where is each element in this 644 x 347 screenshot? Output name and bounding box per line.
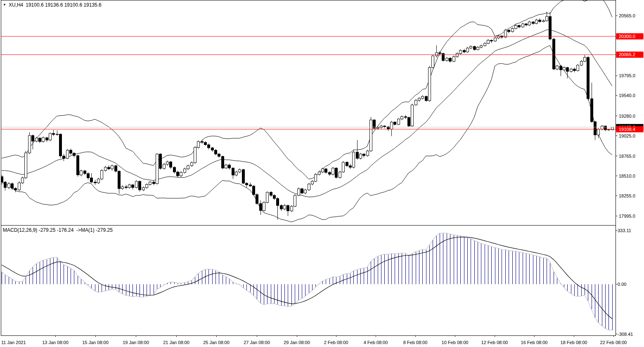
price-tick-label: 18510.0	[619, 174, 635, 178]
candle-bearish	[115, 166, 117, 171]
candle-bullish	[411, 105, 414, 126]
candle-bullish	[239, 170, 241, 172]
chart-background	[0, 0, 644, 347]
price-tick-label: 18255.0	[619, 193, 635, 198]
candle-bullish	[318, 172, 321, 174]
candle-bearish	[408, 117, 410, 126]
candle-bullish	[415, 100, 417, 105]
candle-bearish	[159, 154, 162, 169]
candle-bullish	[308, 184, 310, 190]
candle-bearish	[594, 122, 597, 135]
candle-bullish	[601, 126, 604, 129]
candle-bearish	[46, 138, 48, 140]
candle-bearish	[525, 24, 528, 25]
price-tick-label: 19795.0	[619, 73, 635, 78]
chart-header: ▼ XU,H4 19100.6 19136.6 19100.6 19135.6	[3, 2, 102, 8]
candle-bullish	[367, 151, 369, 155]
price-badge-label: 20065.2	[619, 52, 635, 57]
candle-bearish	[490, 40, 493, 41]
candle-bullish	[194, 147, 197, 163]
date-label: 29 Jan 08:00	[284, 340, 310, 345]
candle-bullish	[97, 179, 100, 183]
candle-bullish	[225, 165, 227, 168]
candle-bullish	[570, 69, 573, 71]
candle-bearish	[52, 133, 55, 135]
candle-bearish	[139, 181, 141, 190]
candle-bearish	[287, 205, 289, 211]
candle-bullish	[421, 96, 424, 98]
candle-bullish	[353, 152, 355, 167]
candle-bearish	[39, 138, 41, 142]
candle-bearish	[384, 126, 386, 127]
candle-bullish	[577, 65, 579, 71]
candle-bearish	[32, 135, 34, 141]
date-label: 22 Feb 08:00	[600, 340, 627, 345]
price-tick-label: 19280.0	[619, 114, 635, 119]
candle-bearish	[173, 167, 176, 172]
symbol-dropdown-icon[interactable]: ▼	[3, 2, 6, 7]
candle-bearish	[170, 162, 172, 167]
candle-bullish	[101, 171, 103, 179]
candle-bullish	[311, 181, 314, 184]
candle-bearish	[218, 154, 220, 157]
candle-bearish	[329, 172, 331, 174]
date-label: 16 Feb 08:00	[521, 340, 548, 345]
candle-bearish	[518, 26, 521, 27]
candle-bullish	[446, 58, 448, 61]
candle-bearish	[560, 66, 562, 70]
candle-bullish	[36, 138, 38, 141]
candle-bullish	[398, 119, 400, 124]
macd-indicator-label: MACD(12,26,9) -279.25 -176.24 ->MA(1) -2…	[3, 227, 113, 233]
candle-bullish	[535, 20, 538, 24]
candle-bearish	[70, 150, 72, 154]
candle-bullish	[542, 21, 545, 21]
candle-bullish	[418, 98, 421, 100]
candle-bullish	[135, 181, 138, 188]
candle-bearish	[232, 168, 234, 175]
candle-bearish	[118, 171, 121, 188]
date-label: 13 Jan 08:00	[42, 340, 69, 345]
candle-bearish	[463, 50, 466, 52]
candle-bullish	[432, 56, 434, 67]
candle-bullish	[597, 129, 600, 135]
candle-bullish	[56, 134, 59, 135]
candle-bearish	[363, 154, 365, 156]
candle-bearish	[587, 57, 590, 99]
symbol-timeframe-label: XU,H4	[9, 2, 23, 8]
candle-bullish	[66, 150, 69, 159]
candle-bullish	[401, 116, 403, 119]
candle-bullish	[142, 188, 145, 190]
candle-bullish	[436, 53, 438, 56]
candle-bearish	[242, 170, 245, 183]
price-tick-label: 18765.0	[619, 154, 635, 159]
candle-bearish	[211, 148, 214, 150]
candle-bullish	[380, 126, 383, 128]
candle-bullish	[453, 57, 455, 61]
candle-bullish	[80, 171, 83, 175]
candle-bullish	[166, 162, 169, 164]
candle-bearish	[553, 39, 555, 69]
candle-bearish	[260, 204, 262, 211]
candle-bullish	[18, 183, 21, 190]
candle-bearish	[108, 167, 110, 169]
date-label: 21 Jan 08:00	[163, 340, 189, 345]
candle-bearish	[346, 162, 348, 166]
price-tick-label: 20565.0	[619, 13, 635, 18]
candle-bearish	[228, 165, 231, 168]
candle-bullish	[235, 172, 238, 175]
candle-bearish	[132, 185, 134, 188]
candle-bullish	[456, 54, 459, 57]
candle-bearish	[474, 47, 476, 50]
candle-bullish	[121, 187, 124, 188]
macd-tick-label: -308.41	[618, 332, 633, 337]
chart-canvas[interactable]: 20565.019795.019540.019280.019025.018765…	[0, 0, 644, 347]
candle-bullish	[263, 202, 265, 211]
candle-bullish	[104, 167, 107, 171]
candle-bearish	[335, 168, 338, 178]
candle-bearish	[222, 157, 224, 168]
date-label: 12 Feb 08:00	[481, 340, 508, 345]
candle-bullish	[466, 48, 469, 52]
candle-bullish	[25, 153, 27, 178]
date-label: 2 Feb 08:00	[324, 340, 348, 345]
candle-bullish	[470, 47, 472, 48]
